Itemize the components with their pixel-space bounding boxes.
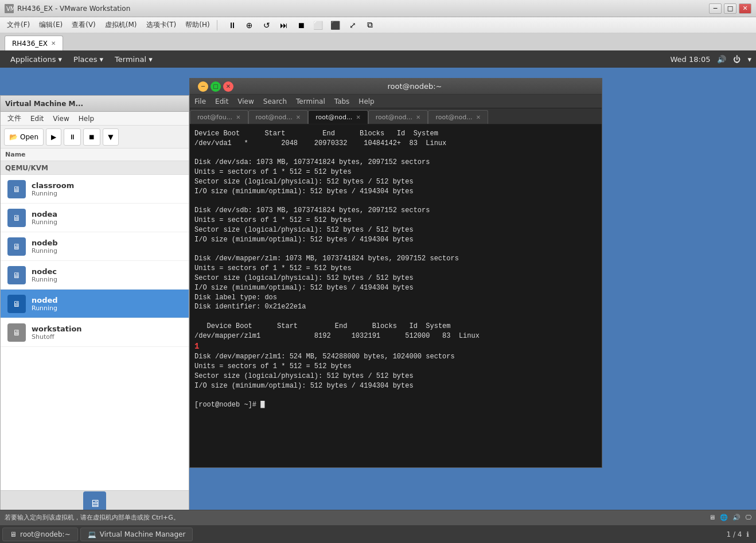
- minimize-button[interactable]: ─: [709, 3, 722, 14]
- tab5-label: root@nod...: [435, 114, 472, 121]
- vmware-menubar: 文件(F) 编辑(E) 查看(V) 虚拟机(M) 选项卡(T) 帮助(H) ⏸ …: [0, 17, 756, 33]
- vm-nodec-icon: 🖥: [7, 266, 26, 284]
- applications-menu[interactable]: Applications ▾: [5, 54, 68, 65]
- toolbar-icon-5[interactable]: ⏹: [293, 19, 309, 32]
- tab5-close[interactable]: ✕: [476, 114, 481, 120]
- vmm-title: Virtual Machine M...: [5, 100, 83, 108]
- taskbar-vmm-icon: 💻: [88, 530, 96, 538]
- toolbar-icon-4[interactable]: ⏭: [276, 19, 292, 32]
- vm-classroom-status: Running: [32, 190, 74, 197]
- vm-nodea-name: nodea: [32, 210, 57, 218]
- edit-menu[interactable]: 编辑(E): [34, 19, 67, 31]
- toolbar-icon-6[interactable]: ⬜: [310, 19, 326, 32]
- vm-item-classroom[interactable]: 🖥 classroom Running: [1, 175, 189, 204]
- tab3-close[interactable]: ✕: [356, 114, 360, 120]
- tab1-close[interactable]: ✕: [236, 114, 240, 120]
- vm-classroom-info: classroom Running: [32, 181, 74, 197]
- tab3-label: root@nod...: [315, 114, 352, 121]
- vm-list: QEMU/KVM 🖥 classroom Running 🖥 nodea Run…: [1, 161, 189, 490]
- vmm-tool-4[interactable]: ⏹: [83, 128, 100, 146]
- close-btn[interactable]: ✕: [223, 81, 233, 92]
- terminal-help-menu[interactable]: Help: [358, 97, 374, 106]
- tab4-label: root@nod...: [376, 114, 412, 121]
- vm-item-nodec[interactable]: 🖥 nodec Running: [1, 261, 189, 290]
- taskbar-terminal[interactable]: 🖥 root@nodeb:~: [2, 528, 78, 541]
- desktop: Virtual Machine M... 文件 Edit View Help 📂…: [0, 68, 756, 525]
- terminal-tab-3[interactable]: root@nod... ✕: [308, 110, 368, 124]
- open-icon: 📂: [9, 133, 18, 141]
- vmm-tool-5[interactable]: ▼: [103, 128, 118, 146]
- taskbar-vmm[interactable]: 💻 Virtual Machine Manager: [80, 528, 193, 541]
- toolbar-icon-7[interactable]: ⬛: [328, 19, 344, 32]
- vm-item-nodeb[interactable]: 🖥 nodeb Running: [1, 232, 189, 261]
- vm-workstation-status: Shutoff: [32, 333, 82, 341]
- maximize-btn[interactable]: □: [211, 81, 221, 92]
- power-menu-icon[interactable]: ⏻: [733, 55, 741, 64]
- vmm-help-menu[interactable]: Help: [74, 115, 99, 123]
- open-button[interactable]: 📂 Open: [4, 128, 44, 146]
- vmm-tool-3[interactable]: ⏸: [64, 128, 81, 146]
- window-title: RH436_EX - VMware Workstation: [17, 5, 709, 13]
- vm-item-nodea[interactable]: 🖥 nodea Running: [1, 204, 189, 232]
- vm-group-qemu: QEMU/KVM: [1, 161, 189, 175]
- terminal-prompt: [root@nodeb ~]#: [194, 401, 264, 409]
- maximize-button[interactable]: □: [724, 3, 736, 14]
- terminal-tab-4[interactable]: root@nod... ✕: [368, 110, 428, 124]
- vm-item-workstation[interactable]: 🖥 workstation Shutoff: [1, 318, 189, 347]
- vmm-view-menu[interactable]: View: [48, 115, 73, 123]
- terminal-menu[interactable]: Terminal ▾: [109, 54, 158, 65]
- vm-workstation-info: workstation Shutoff: [32, 325, 82, 341]
- gnome-panel: Applications ▾ Places ▾ Terminal ▾ Wed 1…: [0, 50, 756, 68]
- view-menu[interactable]: 查看(V): [67, 19, 100, 31]
- vm-nodec-status: Running: [32, 276, 57, 283]
- applications-label: Applications: [10, 55, 56, 64]
- vmm-file-menu[interactable]: 文件: [3, 114, 26, 123]
- vmm-toolbar: 📂 Open ▶ ⏸ ⏹ ▼: [1, 126, 189, 149]
- close-button[interactable]: ✕: [739, 3, 751, 14]
- vmware-titlebar: VM RH436_EX - VMware Workstation ─ □ ✕: [0, 0, 756, 17]
- toolbar-icon-9[interactable]: ⧉: [362, 19, 378, 32]
- terminal-search-menu[interactable]: Search: [263, 97, 287, 106]
- terminal-edit-menu[interactable]: Edit: [215, 97, 228, 106]
- vm-classroom-name: classroom: [32, 181, 74, 190]
- terminal-tab-5[interactable]: root@nod... ✕: [428, 110, 488, 124]
- terminal-tab-2[interactable]: root@nod... ✕: [248, 110, 309, 124]
- vm-noded-icon: 🖥: [7, 295, 26, 313]
- panel-arrow-icon[interactable]: ▾: [747, 55, 751, 64]
- vm-noded-status: Running: [32, 304, 58, 312]
- tab2-close[interactable]: ✕: [296, 114, 301, 120]
- volume-icon[interactable]: 🔊: [717, 55, 726, 64]
- status-icon-2: 🌐: [720, 514, 728, 521]
- vm-menu[interactable]: 虚拟机(M): [100, 19, 142, 31]
- help-menu[interactable]: 帮助(H): [181, 19, 214, 31]
- vm-noded-name: noded: [32, 296, 58, 304]
- toolbar-icon-2[interactable]: ⊕: [241, 19, 258, 32]
- vm-nodeb-icon: 🖥: [7, 237, 26, 256]
- minimize-btn[interactable]: ─: [198, 81, 208, 92]
- vmm-titlebar: Virtual Machine M...: [1, 96, 189, 112]
- toolbar-icon-3[interactable]: ↺: [259, 19, 275, 32]
- tabs-menu[interactable]: 选项卡(T): [142, 19, 181, 31]
- file-menu[interactable]: 文件(F): [2, 19, 34, 31]
- vm-nodec-name: nodec: [32, 267, 57, 276]
- power-icon[interactable]: ⏸: [224, 19, 240, 32]
- terminal-body[interactable]: Device Boot Start End Blocks Id System /…: [190, 124, 602, 467]
- places-menu[interactable]: Places ▾: [68, 54, 109, 65]
- status-icon-3: 🔊: [732, 514, 741, 521]
- terminal-terminal-menu[interactable]: Terminal: [296, 97, 325, 106]
- tab-close-icon[interactable]: ✕: [51, 40, 56, 46]
- vm-tab[interactable]: RH436_EX ✕: [5, 36, 63, 50]
- vmm-edit-menu[interactable]: Edit: [26, 115, 48, 123]
- terminal-view-menu[interactable]: View: [237, 97, 254, 106]
- tab4-close[interactable]: ✕: [416, 114, 420, 120]
- terminal-window: ─ □ ✕ root@nodeb:~ File Edit View Search…: [189, 78, 602, 468]
- terminal-title: root@nodeb:~: [233, 82, 596, 91]
- vm-item-noded[interactable]: 🖥 noded Running: [1, 290, 189, 318]
- vmm-tool-2[interactable]: ▶: [46, 128, 61, 146]
- toolbar-icon-8[interactable]: ⤢: [345, 19, 361, 32]
- terminal-tabs-menu[interactable]: Tabs: [334, 97, 350, 106]
- terminal-file-menu[interactable]: File: [194, 97, 206, 106]
- terminal-tab-1[interactable]: root@fou... ✕: [190, 110, 248, 124]
- terminal-titlebar: ─ □ ✕ root@nodeb:~: [190, 79, 602, 95]
- terminal-tabs: root@fou... ✕ root@nod... ✕ root@nod... …: [190, 108, 602, 124]
